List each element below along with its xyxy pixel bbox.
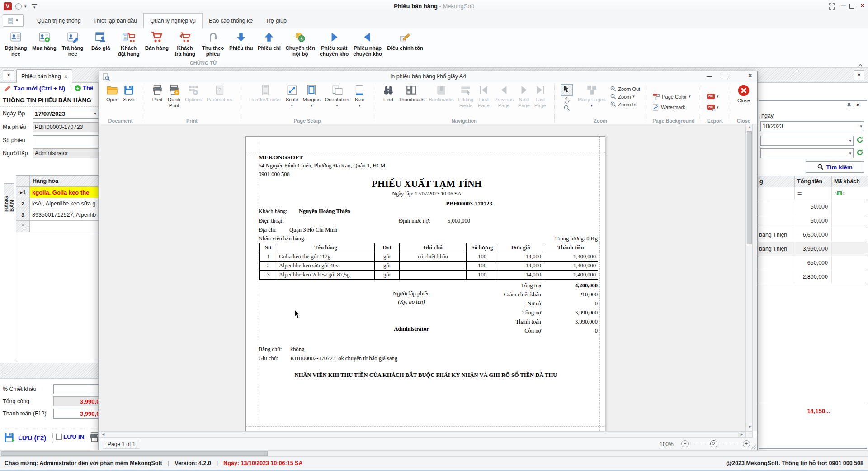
- ribbon-mua-hang[interactable]: Mua hàng: [30, 29, 59, 57]
- refresh-icon[interactable]: [856, 149, 863, 156]
- chevron-down-icon[interactable]: ▾: [849, 152, 851, 156]
- rp-grid-header-code[interactable]: Mã khách: [832, 176, 868, 187]
- panel-close-icon[interactable]: ×: [856, 101, 860, 108]
- rp-row-name[interactable]: [758, 214, 795, 228]
- zoom-button[interactable]: Zoom▾: [610, 93, 640, 100]
- margins-button[interactable]: Margins▾: [301, 83, 323, 109]
- zoom-slider-minus[interactable]: −: [681, 440, 689, 447]
- dialog-minimize-button[interactable]: ─: [703, 72, 716, 81]
- scroll-up-icon[interactable]: ▲: [748, 125, 752, 129]
- save-button[interactable]: Save: [121, 83, 137, 104]
- zoom-slider-plus[interactable]: +: [743, 440, 750, 447]
- dialog-titlebar[interactable]: In phiếu bán hàng khổ giấy A4 ─ ×: [99, 71, 757, 82]
- scale-button[interactable]: Scale▾: [283, 83, 301, 109]
- preview-vscrollbar[interactable]: ▲ ▼: [745, 124, 753, 431]
- chevron-down-icon[interactable]: ▾: [849, 139, 851, 143]
- watermark-button[interactable]: Watermark: [652, 103, 685, 111]
- save-print-checkbox[interactable]: [56, 434, 62, 440]
- tab-thiet-lap-ban-dau[interactable]: Thiết lập ban đầu: [87, 13, 144, 28]
- preview-hscrollbar[interactable]: ◄ ►: [99, 431, 745, 438]
- tab-bao-cao-thong-ke[interactable]: Báo cáo thống kê: [203, 13, 259, 28]
- grid-row-3[interactable]: 8935001712527, Alpenlib: [30, 209, 99, 221]
- rp-grid-header[interactable]: g: [758, 176, 795, 187]
- main-hscrollbar[interactable]: [0, 450, 868, 457]
- page-color-button[interactable]: Page Color▾: [652, 93, 691, 100]
- rp-row-name[interactable]: [758, 256, 795, 270]
- zoom-in-button[interactable]: Zoom In: [610, 100, 640, 108]
- filter-combo-2[interactable]: ▾: [760, 148, 854, 158]
- rp-row-name[interactable]: [758, 200, 795, 214]
- ribbon-phieu-chi[interactable]: Phiếu chi: [255, 29, 283, 57]
- scroll-thumb[interactable]: [747, 131, 752, 244]
- thumbnails-button[interactable]: Thumbnails: [396, 83, 427, 104]
- ribbon-phieu-xuat-chuyen-kho[interactable]: Phiếu xuất chuyển kho: [317, 29, 351, 57]
- grid-row-1[interactable]: kgolia, Golia kẹo the: [30, 187, 99, 198]
- close-button[interactable]: ×: [858, 1, 867, 10]
- doc-tab-phieu-ban-hang[interactable]: Phiếu bán hàng ×: [16, 69, 72, 83]
- filter-combo-1[interactable]: ▾: [760, 136, 854, 146]
- open-button[interactable]: Open: [104, 83, 121, 104]
- pointer-tool-button[interactable]: [561, 84, 573, 96]
- dialog-close-button[interactable]: ×: [743, 72, 757, 81]
- ribbon-khach-tra-hang[interactable]: Khách trả hàng: [171, 29, 199, 57]
- save-button[interactable]: LƯU (F2): [4, 432, 46, 444]
- rp-filter-cell[interactable]: [758, 187, 795, 200]
- tab-quan-ly-nghiep-vu[interactable]: Quản lý nghiệp vụ: [143, 13, 203, 28]
- tab-quan-tri-he-thong[interactable]: Quản trị hệ thống: [31, 13, 87, 28]
- date-filter-combo[interactable]: 10/2023 ▾: [760, 121, 864, 131]
- rp-row-total[interactable]: 650,000: [795, 256, 832, 270]
- ribbon-phieu-thu[interactable]: Phiếu thu: [227, 29, 255, 57]
- dialog-maximize-button[interactable]: [723, 74, 728, 79]
- quick-print-button[interactable]: Quick Print: [165, 83, 183, 109]
- ribbon-phieu-nhap-chuyen-kho[interactable]: Phiếu nhập chuyển kho: [351, 29, 384, 57]
- discount-field[interactable]: [53, 384, 99, 394]
- tab-tro-giup[interactable]: Trợ giúp: [259, 13, 293, 28]
- close-preview-button[interactable]: Close: [735, 83, 752, 105]
- export-email-button[interactable]: PDF▾: [707, 104, 719, 111]
- rp-row-name[interactable]: [758, 270, 795, 284]
- rp-row-total[interactable]: 60,000: [795, 214, 832, 228]
- zoom-out-button[interactable]: Zoom Out: [610, 85, 640, 93]
- minimize-button[interactable]: ─: [839, 2, 848, 11]
- search-button[interactable]: Tìm kiếm: [806, 161, 864, 173]
- ribbon-dat-hang-ncc[interactable]: Đặt hàng ncc: [2, 29, 30, 57]
- scroll-down-icon[interactable]: ▼: [748, 425, 752, 429]
- export-document-button[interactable]: PDF▾: [707, 93, 719, 100]
- grid-header[interactable]: Hàng hóa: [30, 176, 99, 187]
- scroll-left-icon[interactable]: ◄: [101, 433, 105, 437]
- hand-tool-icon[interactable]: [563, 97, 570, 104]
- grid-hscrollbar[interactable]: [0, 363, 99, 379]
- ribbon-chuyen-tien-noi-bo[interactable]: €$ Chuyển tiền nội bộ: [283, 29, 317, 57]
- orientation-button[interactable]: Orientation▾: [323, 83, 352, 109]
- grid-row-new[interactable]: [30, 221, 99, 232]
- preview-area[interactable]: MEKONGSOFT 64 Nguyễn Đình Chiểu, Phường …: [99, 124, 757, 431]
- add-button[interactable]: + Thê: [75, 85, 93, 91]
- rp-row-total[interactable]: 50,000: [795, 200, 832, 214]
- zoom-select-icon[interactable]: [564, 105, 570, 111]
- ribbon-ban-hang[interactable]: Bán hàng: [143, 29, 171, 57]
- print-button[interactable]: Print: [149, 83, 165, 104]
- ribbon-khach-dat-hang[interactable]: Khách đặt hàng: [115, 29, 143, 57]
- find-button[interactable]: Find: [380, 83, 396, 104]
- rp-row-total[interactable]: 6,600,000: [795, 228, 832, 242]
- new-button[interactable]: Tạo mới (Ctrl + N): [4, 85, 65, 92]
- fullscreen-icon[interactable]: [829, 3, 835, 11]
- ribbon-tra-hang-ncc[interactable]: Trả hàng ncc: [59, 29, 87, 57]
- grid-row-2[interactable]: ksAl, Alpenlibe kẹo sữa g: [30, 198, 99, 209]
- rp-filter-abc[interactable]: ABC: [832, 187, 868, 200]
- pin-icon[interactable]: [846, 103, 852, 109]
- zoom-slider-thumb[interactable]: [710, 440, 717, 447]
- ribbon-bao-gia[interactable]: Báo giá: [87, 29, 115, 57]
- app-menu-button[interactable]: ▾: [3, 14, 24, 27]
- rp-row-code[interactable]: [832, 228, 868, 242]
- refresh-icon[interactable]: [856, 136, 863, 143]
- rp-filter-eq[interactable]: =: [795, 187, 832, 200]
- rp-row-code[interactable]: [832, 256, 868, 270]
- rp-row-name[interactable]: bàng Thiện: [758, 228, 795, 242]
- rp-row-code[interactable]: [832, 270, 868, 284]
- rp-grid-header-total[interactable]: Tổng tiền: [795, 176, 832, 187]
- resize-grip-icon[interactable]: [751, 444, 756, 450]
- doc-tab-close-icon[interactable]: ×: [65, 74, 67, 79]
- ribbon-dieu-chinh-ton[interactable]: Điều chỉnh tồn: [384, 29, 426, 57]
- rp-row-name[interactable]: bàng Thiện: [758, 242, 795, 256]
